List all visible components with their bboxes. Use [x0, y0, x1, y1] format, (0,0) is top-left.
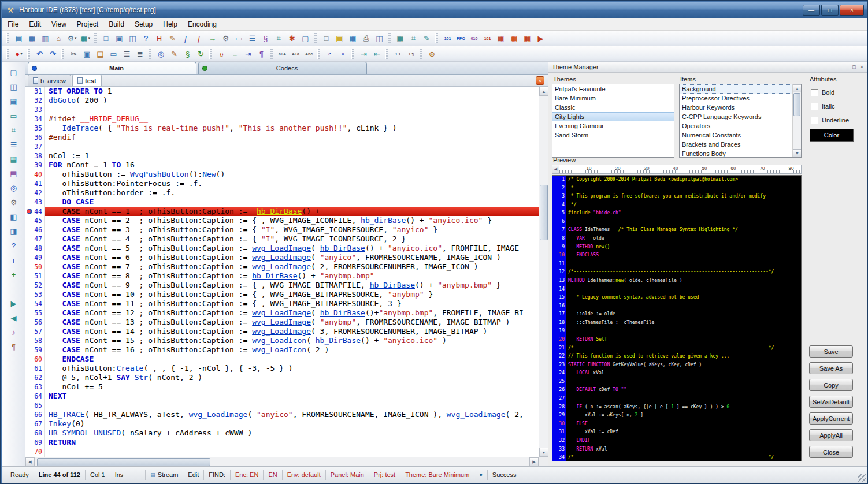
reformat-icon[interactable]: ≣ — [134, 48, 146, 60]
gutter-line[interactable]: 31 — [25, 87, 44, 96]
toolbar-grip[interactable] — [388, 33, 391, 43]
find-object-icon[interactable]: ◎ — [8, 182, 20, 194]
indent-right-icon[interactable]: ⇥ — [358, 48, 370, 60]
open-file-icon[interactable]: ▤ — [333, 32, 346, 44]
gutter-line[interactable]: 53 — [25, 290, 44, 299]
gutter-line[interactable]: 43 — [25, 198, 44, 207]
gutter-line[interactable]: 41 — [25, 179, 44, 188]
print-icon[interactable]: ⎙ — [360, 32, 372, 44]
tab-group-codecs[interactable]: Codecs — [198, 62, 367, 74]
code-line[interactable]: CASE nCont == 14 ; oThisButton:Caption :… — [45, 327, 539, 336]
db-struct-icon[interactable]: ▦ — [394, 32, 406, 44]
copy-button[interactable]: Copy — [809, 379, 853, 391]
applyall-button[interactable]: ApplyAll — [809, 429, 853, 441]
new-editor-icon[interactable]: ▢ — [8, 66, 20, 79]
code-line[interactable]: oThisButton:PointerFocus := .f. — [45, 179, 539, 188]
style-item[interactable]: Background — [680, 84, 792, 94]
toolbar-grip[interactable] — [435, 33, 438, 43]
code-line[interactable]: CASE nCont == 11 ; oThisButton:Caption :… — [45, 299, 539, 308]
indent-left-icon[interactable]: ⇤ — [371, 48, 383, 60]
code-line[interactable]: DO CASE — [45, 198, 539, 207]
gutter-line[interactable]: 62 — [25, 373, 44, 382]
new-file-icon[interactable]: □ — [320, 32, 332, 44]
to-upper-icon[interactable]: a+A — [276, 48, 288, 60]
auto-indent-icon[interactable]: ⇥ — [242, 48, 254, 60]
code-line[interactable]: ENDCASE — [45, 355, 539, 364]
gutter-line[interactable]: 48 — [25, 244, 44, 253]
code-line[interactable]: #ifdef __HBIDE_DEBUG__ — [45, 114, 539, 124]
open-project-icon[interactable]: ▤ — [13, 32, 25, 44]
build-icon[interactable]: 101 — [481, 32, 494, 44]
split-windows-icon[interactable]: ◫ — [127, 32, 139, 44]
gutter-line[interactable]: 32 — [25, 96, 44, 105]
save-environment-icon[interactable]: ▦ — [26, 32, 38, 44]
next-panel-icon[interactable]: ▶ — [8, 297, 20, 310]
code-line[interactable]: CASE nCont == 2 ; oThisButton:Caption :=… — [45, 216, 539, 225]
compile-icon[interactable]: 101 — [442, 32, 454, 44]
preprocess-icon[interactable]: 010 — [468, 32, 480, 44]
prev-panel-icon[interactable]: ◀ — [8, 312, 20, 324]
code-line[interactable]: IdeTrace( { "This is real-time push!", "… — [45, 124, 539, 133]
code-line[interactable]: HB_SYMBOL_UNUSED( nSalary + cAddress + c… — [45, 429, 539, 438]
code-line[interactable]: CASE nCont == 13 ; oThisButton:Caption :… — [45, 318, 539, 327]
gutter-line[interactable]: 52 — [25, 281, 44, 290]
compile-ppo-icon[interactable]: PPO — [455, 32, 467, 44]
items-scrollbar[interactable]: ▲ ▼ — [792, 84, 801, 157]
code-line[interactable]: oThisButton:Create( , , { -1, -nCol }, {… — [45, 364, 539, 373]
gutter-line[interactable]: 42 — [25, 188, 44, 198]
code-line[interactable]: nCol += 5 — [45, 382, 539, 392]
code-line[interactable]: NEXT — [45, 392, 539, 401]
toolbar-grip[interactable] — [314, 33, 317, 43]
menu-file[interactable]: File — [2, 18, 24, 30]
gutter-line[interactable]: 67 — [25, 419, 44, 429]
code-line[interactable]: Inkey(0) — [45, 419, 539, 429]
theme-item[interactable]: Sand Storm — [552, 131, 674, 140]
code-line[interactable]: RETURN — [45, 438, 539, 447]
toolbar-grip[interactable] — [27, 49, 30, 59]
zoom-out-icon[interactable]: − — [8, 283, 20, 295]
code-line[interactable] — [45, 105, 539, 114]
browse-list-icon[interactable]: ☰ — [8, 139, 20, 151]
theme-item[interactable]: Evening Glamour — [552, 121, 674, 131]
gutter-line[interactable]: 57 — [25, 327, 44, 336]
select-block-icon[interactable]: ▭ — [107, 48, 120, 60]
theme-item[interactable]: City Lights — [552, 112, 674, 121]
db-edit-icon[interactable]: ✎ — [421, 32, 433, 44]
edit-source-icon[interactable]: ✎ — [166, 32, 179, 44]
maximize-button[interactable]: □ — [821, 5, 839, 16]
gutter-line[interactable]: 64 — [25, 392, 44, 401]
color-button[interactable]: Color — [810, 129, 854, 142]
gutter-line[interactable]: 36 — [25, 133, 44, 142]
code-line[interactable]: CASE nCont == 9 ; oThisButton:Caption :=… — [45, 281, 539, 290]
code-line[interactable]: CASE nCont == 12 ; oThisButton:Caption :… — [45, 308, 539, 318]
code-line[interactable]: CASE nCont == 1 ; oThisButton:Caption :=… — [45, 207, 539, 216]
code-line[interactable] — [45, 401, 539, 410]
theme-item[interactable]: Pritpal's Favourite — [552, 84, 674, 94]
float-panel-icon[interactable]: □ — [852, 64, 855, 70]
code-editor[interactable]: 3132333435363738394041424344454647484950… — [25, 87, 539, 457]
rebuild-icon[interactable]: ▦ — [508, 32, 520, 44]
theme-manager-header[interactable]: Theme Manager □ × — [548, 62, 867, 73]
to-lower-icon[interactable]: A+a — [290, 48, 302, 60]
paste-icon[interactable]: ▤ — [94, 48, 106, 60]
code-line[interactable]: #endif — [45, 133, 539, 142]
menu-setup[interactable]: Setup — [129, 18, 158, 30]
find-icon[interactable]: ◎ — [155, 48, 167, 60]
setasdefault-button[interactable]: SetAsDefault — [809, 396, 853, 408]
scroll-down-icon[interactable]: ▼ — [793, 149, 802, 157]
hscroll-thumb[interactable] — [37, 458, 210, 466]
bold-checkbox[interactable] — [811, 89, 818, 96]
code-line[interactable]: dbGoto( 200 ) — [45, 96, 539, 105]
gutter-line[interactable]: 49 — [25, 253, 44, 262]
new-source-icon[interactable]: □ — [100, 32, 112, 44]
tabbed-editors-icon[interactable]: ▣ — [113, 32, 125, 44]
console-log-icon[interactable]: ☰ — [246, 32, 258, 44]
gutter-line[interactable]: 70 — [25, 447, 44, 456]
gutter-line[interactable]: 39 — [25, 161, 44, 170]
tab-file-test[interactable]: test — [72, 75, 102, 86]
close-tab-button[interactable]: × — [536, 76, 544, 85]
reports-icon[interactable]: ▦▾ — [79, 32, 91, 44]
code-line[interactable]: FOR nCont = 1 TO 16 — [45, 161, 539, 170]
close-button[interactable]: Close — [809, 446, 853, 458]
style-item[interactable]: Harbour Keywords — [680, 103, 792, 112]
